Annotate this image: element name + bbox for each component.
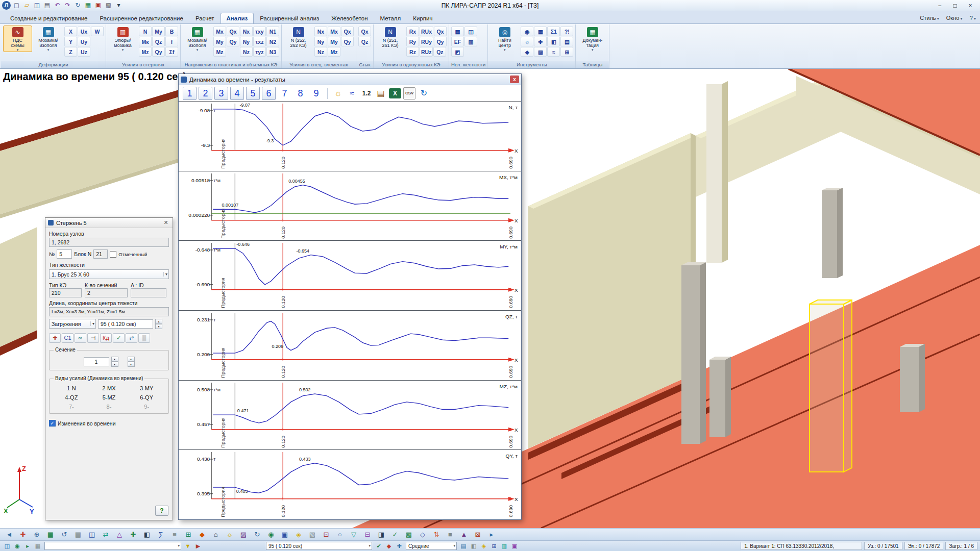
result-component-button-8[interactable]: 8 [293,87,307,100]
excel-export-icon[interactable]: X [389,88,401,98]
toolbar-icon[interactable]: ≡ [169,530,180,539]
style-menu[interactable]: Стиль ▾ [920,15,939,21]
hint-bulb-icon[interactable]: ☼ [332,87,344,99]
ribbon-small-button-1[interactable]: Σ1 [547,27,560,36]
window-menu[interactable]: Окно ▾ [946,15,963,21]
ribbon-small-button-nx[interactable]: Nx [240,27,253,36]
toolbar-icon[interactable]: ▧ [307,530,317,539]
toolbar-icon[interactable]: ✓ [390,530,400,539]
model-viewport[interactable]: Динамика во времени 95 ( 0.120 сек) Z X … [0,69,980,528]
ribbon-small-button-[interactable]: ▤ [560,37,573,46]
ribbon-small-button-f[interactable]: f [165,37,178,46]
ribbon-small-button-mz[interactable]: Mz [328,47,340,57]
ribbon-button-найти-центр[interactable]: ◎Найтицентр▾ [490,26,519,52]
ribbon-small-button-[interactable]: ▦ [534,27,547,36]
redo-icon[interactable]: ↷ [63,1,72,10]
ribbon-button-мозаика-изополя[interactable]: ▦Мозаика/изополя▾ [34,26,63,52]
time-history-checkbox[interactable]: ✓ [49,420,56,427]
ribbon-button-ндс-схемы[interactable]: ∿НДСсхемы▾ [3,26,32,52]
customize-arrow-icon[interactable]: ▾ [114,1,123,10]
ribbon-small-button-n3[interactable]: N3 [266,47,279,57]
force-type-6-qy[interactable]: 6-QY [128,394,165,400]
swap-icon[interactable]: ⇄ [126,333,137,343]
ribbon-small-button-ny[interactable]: Ny [240,37,253,46]
status-icon[interactable]: ◆ [384,543,394,549]
tab-металл[interactable]: Металл [374,13,407,23]
ribbon-small-button-nz[interactable]: Nz [314,47,327,57]
ribbon-small-button-uy[interactable]: Uy [78,37,90,46]
ribbon-small-button-qx[interactable]: Qx [358,27,371,36]
tab-расчет[interactable]: Расчет [189,13,220,23]
ribbon-small-button-qz[interactable]: Qz [358,37,371,46]
ribbon-small-button-[interactable]: ☼ [521,37,533,46]
toolbar-icon[interactable]: ▨ [238,530,249,539]
ribbon-small-button-ux[interactable]: Ux [78,27,90,36]
block-field[interactable]: 21 [93,249,108,259]
ribbon-small-button-[interactable]: ▨ [534,47,547,57]
status-icon[interactable]: ▦ [33,543,42,549]
refresh-icon[interactable]: ↻ [74,1,82,10]
force-type-7[interactable]: 7- [53,404,90,410]
force-type-3-my[interactable]: 3-MY [128,385,165,391]
ribbon-small-button-x[interactable]: X [64,27,77,36]
tab-железобетон[interactable]: Железобетон [325,13,374,23]
status-icon[interactable]: ◈ [479,543,488,549]
ribbon-small-button-[interactable]: ▦ [451,27,464,36]
undo-icon[interactable]: ↶ [53,1,62,10]
toolbar-icon[interactable]: ▸ [486,530,497,539]
status-icon[interactable]: ▤ [459,543,468,549]
ribbon-small-button-rx[interactable]: Rx [406,27,419,36]
tab-кирпич[interactable]: Кирпич [407,13,438,23]
ribbon-small-button-ruz[interactable]: RUz [420,47,433,57]
force-type-2-mx[interactable]: 2-MX [90,385,128,391]
lock-icon[interactable]: ▩ [104,1,113,10]
ribbon-small-button-f[interactable]: Σf [165,47,178,57]
ribbon-small-button-[interactable]: ?! [560,27,573,36]
ribbon-small-button-qy[interactable]: Qy [341,37,354,46]
toolbar-icon[interactable]: ◈ [293,530,304,539]
toolbar-icon[interactable]: ▲ [459,530,469,539]
toolbar-icon[interactable]: ◇ [418,530,428,539]
column[interactable] [681,262,706,444]
result-component-button-6[interactable]: 6 [262,87,276,100]
ribbon-small-button-n[interactable]: N [139,27,152,36]
help-menu[interactable]: ? ▾ [970,15,976,21]
averaging-combo[interactable]: Средние ▾ [406,542,457,550]
status-icon[interactable]: ✔ [374,543,383,549]
ribbon-small-button-[interactable]: ⊞ [560,47,573,57]
report-icon[interactable]: ▤ [375,87,387,99]
ribbon-small-button-mк[interactable]: Mк [139,37,152,46]
toolbar-icon[interactable]: ☼ [225,530,235,539]
save-icon[interactable]: ◫ [33,1,41,10]
toolbar-icon[interactable]: ▦ [45,530,56,539]
toolbar-icon[interactable]: ▩ [404,530,414,539]
ribbon-small-button-qz[interactable]: Qz [433,47,446,57]
status-icon[interactable]: ⊞ [489,543,499,549]
ribbon-small-button-[interactable]: ◫ [464,27,477,36]
toolbar-icon[interactable]: ↻ [252,530,262,539]
section-number-field[interactable]: 1 [84,357,109,366]
loading-step-spinner[interactable]: ▲▼ [155,319,162,329]
close-button[interactable]: × [963,1,978,10]
new-document-icon[interactable]: ▢ [12,1,21,10]
toolbar-icon[interactable]: ⇄ [101,530,111,539]
ribbon-button-докумен-тация[interactable]: ▦Докумен-тация▾ [578,26,607,52]
toolbar-icon[interactable]: ◉ [266,530,276,539]
ribbon-small-button-n2[interactable]: N2 [266,37,279,46]
toolbar-icon[interactable]: ⊠ [473,530,483,539]
toolbar-icon[interactable]: ✚ [18,530,28,539]
ribbon-small-button-z[interactable]: Z [64,47,77,57]
marked-checkbox[interactable] [110,251,116,258]
ribbon-small-button-my[interactable]: My [152,27,165,36]
force-type-8[interactable]: 8- [90,404,128,410]
toolbar-icon[interactable]: ◨ [376,530,386,539]
toolbar-icon[interactable]: ↺ [59,530,69,539]
result-component-button-2[interactable]: 2 [199,87,212,100]
kd-icon[interactable]: Кд [100,333,112,343]
section-spinner[interactable]: ▲▼ [111,357,118,366]
ribbon-small-button-rux[interactable]: RUx [420,27,433,36]
status-icon[interactable]: ◧ [469,543,478,549]
result-component-button-5[interactable]: 5 [246,87,260,100]
toolbar-icon[interactable]: ▽ [349,530,359,539]
result-component-button-3[interactable]: 3 [214,87,228,100]
